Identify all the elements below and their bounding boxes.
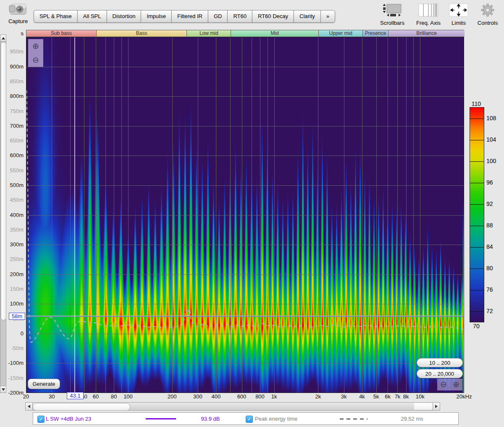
legend-value: 93.9 dB [192, 416, 229, 422]
colorbar-tick-label: 96 [486, 179, 502, 186]
colorbar-tick-line [470, 269, 484, 269]
colorbar-tick-line [470, 119, 484, 119]
band-presence: Presence [362, 30, 388, 37]
freq-tick-label: 100 [116, 393, 140, 400]
scroll-right-button[interactable] [433, 402, 440, 411]
colorbar-tick-line [470, 311, 484, 312]
scroll-down-button[interactable] [0, 386, 6, 393]
band-brilliance: Brilliance [388, 30, 465, 37]
left-arrow-icon [28, 405, 30, 408]
freq-cursor-readout: 43.1 [67, 392, 84, 399]
colorbar-tick-label: 100 [486, 158, 502, 164]
freq-tick-label: 1k [262, 393, 286, 400]
up-arrow-icon [2, 37, 5, 40]
down-arrow-icon [2, 388, 5, 391]
capture-button[interactable]: Capture [4, 2, 32, 24]
tool-label: Freq. Axis [416, 20, 441, 26]
tool-controls-button[interactable]: Controls [472, 3, 504, 26]
colorbar-tick-line [470, 161, 484, 162]
colorbar-tick-label: 108 [486, 115, 502, 121]
band-bass: Bass [96, 30, 187, 37]
vertical-scrollbar[interactable] [0, 34, 6, 393]
tool-scrollbars-button[interactable]: Scrollbars [375, 3, 410, 26]
tab-impulse[interactable]: Impulse [141, 10, 172, 23]
colorbar-tick-line [470, 140, 484, 140]
colorbar-tick-line [470, 183, 484, 183]
view-tabs: SPL & PhaseAll SPLDistortionImpulseFilte… [34, 10, 335, 23]
y-axis-unit-label: s [13, 30, 24, 37]
colorbar-tick-line [470, 204, 484, 205]
plot-overlay-canvas [26, 37, 464, 393]
freq-tick-label: 400 [204, 393, 228, 400]
colorbar-tick-line [470, 226, 484, 226]
band-mid: Mid [231, 30, 318, 37]
colorbar-gradient [470, 107, 484, 322]
horizontal-scrollbar-end-segment [414, 403, 433, 410]
freq-tick-label: 2k [306, 393, 330, 400]
legend-label: Peak energy time [255, 416, 297, 422]
legend-label: L SW +4dB Jun 23 [46, 416, 91, 422]
tool-freq-axis-button[interactable]: Freq. Axis [410, 3, 446, 26]
camera-icon [8, 2, 28, 18]
tab-clarity[interactable]: Clarity [294, 10, 321, 23]
colorbar-tick-label: 92 [486, 200, 502, 207]
freq-tick-label: 20 [14, 393, 38, 400]
freq-tick-label: 20kHz [452, 393, 476, 400]
colorbar-tick-line [470, 290, 484, 290]
freq-range-button-10-200[interactable]: 10 .. 200 [417, 358, 463, 367]
tab-more[interactable]: » [320, 10, 335, 23]
horizontal-scrollbar-thumb[interactable] [33, 403, 130, 411]
tab-all-spl[interactable]: All SPL [77, 10, 107, 23]
tab-filtered-ir[interactable]: Filtered IR [171, 10, 208, 23]
colorbar-tick-label: 104 [486, 136, 502, 143]
scrollbars-icon [382, 3, 403, 18]
capture-label: Capture [4, 18, 32, 24]
tool-label: Limits [452, 20, 466, 26]
legend-bar: ✓L SW +4dB Jun 2393.9 dB✓Peak energy tim… [33, 412, 459, 425]
time-zoom-in-button[interactable]: ⊕ [32, 42, 39, 50]
colorbar-max-label: 110 [468, 100, 485, 107]
spectrogram-plot[interactable]: ⊕ ⊖ Generate 10 .. 200 20 .. 20,000 ⊖ ⊕ [26, 37, 464, 393]
colorbar-min-label: 70 [468, 323, 485, 329]
band-sub-bass: Sub bass [26, 30, 96, 37]
gear-icon [480, 3, 495, 18]
legend-line-sample-solid [146, 418, 176, 419]
vertical-scrollbar-thumb[interactable] [1, 42, 6, 320]
freq-axis-icon [418, 3, 438, 18]
legend-checkbox-l-sw-4db-jun-23[interactable]: ✓ [37, 416, 45, 423]
freq-zoom-controls: ⊖ ⊕ [437, 379, 462, 390]
tab-rt60[interactable]: RT60 [227, 10, 252, 23]
generate-button[interactable]: Generate [28, 379, 60, 389]
freq-tick-label: 10k [408, 393, 432, 400]
time-zoom-controls: ⊕ ⊖ [28, 39, 43, 67]
freq-range-button-20-20000[interactable]: 20 .. 20,000 [417, 369, 463, 378]
tab-gd[interactable]: GD [208, 10, 228, 23]
right-arrow-icon [435, 405, 438, 408]
app-window: Capture SPL & PhaseAll SPLDistortionImpu… [0, 0, 504, 427]
scroll-up-button[interactable] [0, 34, 6, 42]
freq-tick-label: 200 [160, 393, 184, 400]
tool-limits-button[interactable]: Limits [446, 3, 472, 26]
time-zoom-out-button[interactable]: ⊖ [32, 56, 39, 64]
freq-zoom-in-button[interactable]: ⊕ [453, 380, 459, 389]
tab-distortion[interactable]: Distortion [107, 10, 142, 23]
freq-zoom-out-button[interactable]: ⊖ [440, 380, 447, 389]
tab-spl-phase[interactable]: SPL & Phase [34, 10, 78, 23]
freq-tick-label: 30 [40, 393, 63, 400]
tab-rt60-decay[interactable]: RT60 Decay [252, 10, 294, 23]
tool-label: Scrollbars [380, 20, 404, 26]
horizontal-scrollbar[interactable] [25, 402, 440, 411]
colorbar-tick-label: 80 [486, 265, 502, 271]
band-upper-mid: Upper mid [318, 30, 362, 37]
legend-line-sample-dashed [340, 418, 368, 420]
scroll-left-button[interactable] [25, 402, 33, 411]
colorbar-tick-label: 72 [486, 308, 502, 314]
colorbar-tick-line [470, 247, 484, 248]
colorbar-tick-label: 88 [486, 222, 502, 229]
legend-value: 29.52 ms [391, 416, 433, 422]
colorbar-tick-label: 76 [486, 286, 502, 293]
legend-checkbox-peak-energy-time[interactable]: ✓ [246, 416, 253, 423]
tool-label: Controls [478, 20, 498, 26]
colorbar-tick-label: 84 [486, 243, 502, 250]
frequency-bands-strip: Sub bassBassLow midMidUpper midPresenceB… [26, 30, 464, 37]
